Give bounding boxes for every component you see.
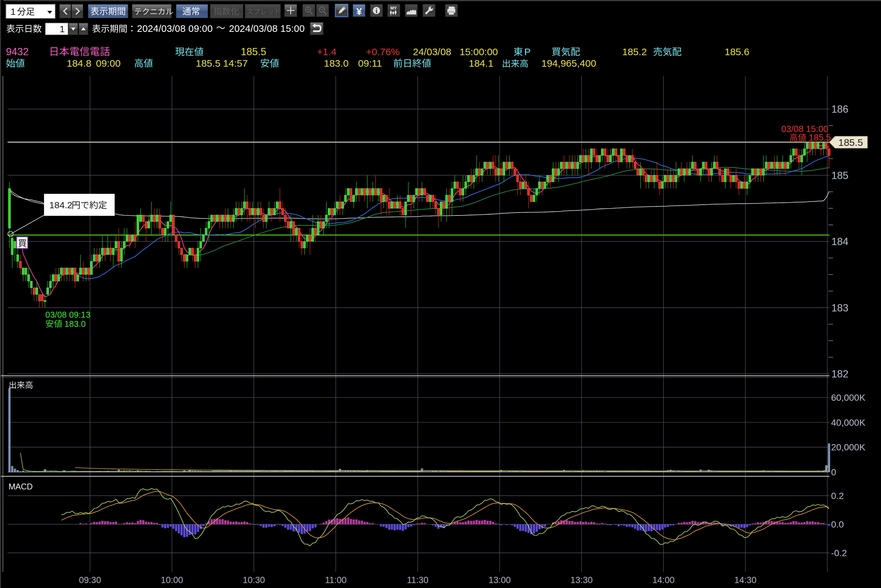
svg-text:-0.2: -0.2 — [831, 548, 847, 558]
svg-text:185.2: 185.2 — [622, 46, 647, 57]
svg-text:183.0: 183.0 — [64, 319, 86, 329]
svg-text:24/03/08: 24/03/08 — [413, 46, 451, 57]
svg-text:2024/03/08 09:00: 2024/03/08 09:00 — [137, 23, 213, 34]
svg-text:11:30: 11:30 — [407, 575, 429, 585]
svg-text:0.0: 0.0 — [831, 519, 844, 530]
svg-text:10:00: 10:00 — [161, 575, 183, 585]
svg-text:194,965,400: 194,965,400 — [541, 58, 596, 69]
svg-text:9432: 9432 — [6, 46, 28, 57]
svg-text:184: 184 — [832, 236, 848, 248]
svg-text:14:57: 14:57 — [223, 58, 248, 69]
svg-text:P: P — [524, 46, 530, 57]
svg-text:10:30: 10:30 — [243, 575, 265, 585]
svg-text:185.5: 185.5 — [809, 133, 831, 142]
svg-text:40,000K: 40,000K — [831, 417, 866, 428]
svg-text:03/08 09:13: 03/08 09:13 — [45, 310, 90, 320]
svg-text:185.5: 185.5 — [196, 58, 220, 69]
svg-text:11:00: 11:00 — [325, 575, 346, 585]
svg-text:182: 182 — [832, 368, 848, 380]
svg-text:09:11: 09:11 — [358, 58, 382, 69]
svg-text:183.0: 183.0 — [324, 58, 349, 69]
svg-text:13:30: 13:30 — [571, 575, 593, 585]
svg-text:185.5: 185.5 — [838, 137, 863, 148]
svg-text:184.8: 184.8 — [67, 58, 91, 69]
svg-text:+0.76%: +0.76% — [366, 46, 400, 57]
svg-text:185: 185 — [832, 170, 848, 182]
svg-text:¥: ¥ — [357, 6, 362, 17]
svg-text:1: 1 — [10, 7, 16, 17]
svg-text:185.5: 185.5 — [241, 46, 267, 57]
svg-text:MACD: MACD — [9, 482, 33, 491]
svg-text:20,000K: 20,000K — [831, 442, 866, 452]
svg-text:14:30: 14:30 — [734, 575, 757, 585]
svg-text:185.6: 185.6 — [725, 46, 749, 57]
svg-text:09:30: 09:30 — [79, 575, 101, 585]
svg-text:183: 183 — [832, 302, 848, 314]
svg-text:1: 1 — [60, 24, 65, 34]
svg-text:60,000K: 60,000K — [831, 393, 866, 403]
svg-text:186: 186 — [832, 104, 848, 115]
svg-text:15:00:00: 15:00:00 — [460, 46, 498, 57]
svg-text:MY: MY — [390, 6, 397, 10]
svg-text:184.1: 184.1 — [469, 58, 493, 69]
svg-text:13:00: 13:00 — [488, 575, 511, 585]
svg-text:14:00: 14:00 — [652, 575, 675, 585]
svg-text:0: 0 — [831, 467, 836, 477]
svg-text:2024/03/08 15:00: 2024/03/08 15:00 — [229, 23, 305, 34]
svg-text:+1.4: +1.4 — [317, 46, 336, 57]
svg-text:09:00: 09:00 — [96, 58, 121, 69]
svg-text:i: i — [376, 7, 378, 15]
svg-text:184.2: 184.2 — [49, 200, 72, 210]
svg-text:0.2: 0.2 — [831, 491, 844, 501]
